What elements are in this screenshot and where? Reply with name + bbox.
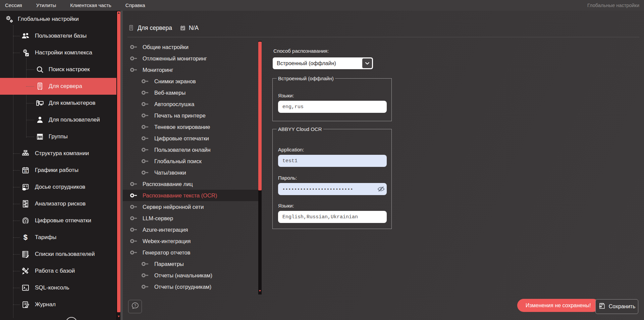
tree-item-6[interactable]: Печать на принтере <box>123 110 258 121</box>
sidebar-item-label: Графики работы <box>35 167 78 173</box>
help-bubble-icon: ? <box>131 302 140 312</box>
panel-splitter[interactable] <box>120 11 123 320</box>
sidebar-item-server[interactable]: Для сервера <box>0 78 116 95</box>
tree-item-19[interactable]: Параметры <box>123 258 258 270</box>
chevron-down-icon[interactable] <box>362 58 372 68</box>
sidebar-item-label: Тарифы <box>35 234 56 240</box>
sidebar-item-users[interactable]: Пользователи базы <box>0 28 116 44</box>
sidebar-item-label: SQL-консоль <box>35 284 69 291</box>
partial-sidebar-item-icon <box>66 317 77 320</box>
svg-text:31: 31 <box>24 170 27 173</box>
tree-item-20[interactable]: Отчеты (начальникам) <box>123 270 258 281</box>
application-label: Application: <box>278 147 304 152</box>
tree-connector-stub <box>13 53 20 53</box>
sidebar-item-label: Цифровые отпечатки <box>35 217 91 224</box>
server-icon <box>128 24 135 32</box>
tree-item-3[interactable]: Снимки экранов <box>123 76 258 87</box>
sidebar-item-label: Списки пользователей <box>35 251 95 257</box>
tree-item-9[interactable]: Пользователи онлайн <box>123 144 258 155</box>
tree-item-label: Глобальный поиск <box>154 158 202 164</box>
tree-item-14[interactable]: Сервер нейронной сети <box>123 201 258 213</box>
tree-item-10[interactable]: Глобальный поиск <box>123 155 258 167</box>
sidebar-item-journal[interactable]: Журнал <box>0 296 116 313</box>
tree-scrollbar-thumb[interactable] <box>258 42 262 190</box>
sidebar-item-gears[interactable]: Глобальные настройки <box>0 11 116 28</box>
computer-icon <box>36 99 44 107</box>
users-icon <box>21 32 30 40</box>
menu-item-2[interactable]: Клиентская часть <box>63 0 118 11</box>
scroll-down-arrow-icon[interactable] <box>259 290 261 292</box>
tree-item-8[interactable]: Цифровые отпечатки <box>123 133 258 144</box>
sidebar-item-label: Поиск настроек <box>49 66 90 73</box>
server-icon <box>36 82 44 91</box>
tree-item-label: Снимки экранов <box>154 78 196 84</box>
save-button-label: Сохранить <box>609 304 636 310</box>
sidebar-item-fingerprint[interactable]: Цифровые отпечатки <box>0 212 116 229</box>
menu-item-0[interactable]: Сессия <box>0 0 29 11</box>
tree-bullet-icon <box>130 67 139 73</box>
tree-bullet-icon <box>141 158 150 164</box>
tree-bullet-icon <box>130 250 139 255</box>
tree-connector-stub <box>13 271 20 271</box>
tree-bullet-icon <box>141 101 150 107</box>
scroll-up-arrow-icon[interactable] <box>118 12 120 14</box>
password-label: Пароль: <box>278 175 297 181</box>
tree-bullet-icon <box>141 79 150 84</box>
sidebar-item-search[interactable]: Поиск настроек <box>0 61 116 78</box>
tree-item-0[interactable]: Общие настройки <box>123 41 258 53</box>
sidebar-item-user-list[interactable]: Списки пользователей <box>0 246 116 263</box>
tree-item-label: Общие настройки <box>143 44 189 50</box>
groups-icon <box>36 132 44 141</box>
abbyy-languages-label: Языки: <box>278 203 294 209</box>
tree-connector-stub <box>13 36 20 36</box>
sidebar-item-calendar[interactable]: 31Графики работы <box>0 162 116 179</box>
tree-item-1[interactable]: Отложенный мониторинг <box>123 53 258 64</box>
tree-item-label: Отложенный мониторинг <box>143 55 207 61</box>
offline-languages-input[interactable] <box>278 101 387 113</box>
tree-item-21[interactable]: Отчеты (сотрудникам) <box>123 281 258 292</box>
sidebar-item-computer[interactable]: Для компьютеров <box>0 95 116 111</box>
sidebar-scrollbar[interactable] <box>117 11 120 320</box>
tree-item-17[interactable]: Webex-интеграция <box>123 235 258 247</box>
tree-item-7[interactable]: Теневое копирование <box>123 121 258 133</box>
eye-slash-icon[interactable] <box>377 185 385 193</box>
sidebar-item-groups[interactable]: Группы <box>0 128 116 145</box>
tree-item-label: Цифровые отпечатки <box>154 135 209 141</box>
tools-icon <box>21 267 30 275</box>
tree-item-4[interactable]: Веб-камеры <box>123 87 258 98</box>
svg-text:$: $ <box>23 233 28 241</box>
menu-item-3[interactable]: Справка <box>118 0 152 11</box>
tree-bullet-icon <box>141 273 150 278</box>
save-button[interactable]: Сохранить <box>595 299 638 314</box>
password-input[interactable] <box>278 183 387 195</box>
sidebar-scrollbar-thumb[interactable] <box>117 11 120 312</box>
sidebar-item-dossier[interactable]: Досье сотрудников <box>0 179 116 195</box>
tree-item-13[interactable]: Распознавание текста (OCR) <box>123 190 258 201</box>
recognition-method-select[interactable]: Встроенный (оффлайн) <box>273 57 373 69</box>
menu-item-1[interactable]: Утилиты <box>29 0 63 11</box>
tree-item-16[interactable]: Azure-интеграция <box>123 224 258 235</box>
sidebar-item-dollar[interactable]: $Тарифы <box>0 229 116 246</box>
tree-item-18[interactable]: Генератор отчетов <box>123 247 258 258</box>
tree-item-12[interactable]: Распознавание лиц <box>123 178 258 190</box>
tree-scrollbar[interactable] <box>258 41 262 294</box>
tree-item-15[interactable]: LLM-сервер <box>123 213 258 224</box>
sidebar-item-person[interactable]: Для пользователей <box>0 111 116 128</box>
sidebar-item-gear-check[interactable]: Настройки комплекса <box>0 44 116 61</box>
sidebar-item-terminal[interactable]: SQL-консоль <box>0 279 116 296</box>
tree-item-11[interactable]: Чаты/звонки <box>123 167 258 178</box>
tree-bullet-icon <box>130 216 139 221</box>
sidebar-item-tools[interactable]: Работа с базой <box>0 263 116 279</box>
tree-item-2[interactable]: Мониторинг <box>123 64 258 76</box>
sidebar-item-org-chart[interactable]: Структура компании <box>0 145 116 162</box>
abbyy-languages-input[interactable] <box>278 211 387 223</box>
menubar-context-label: Глобальные настройки <box>587 3 644 8</box>
tree-item-5[interactable]: Автопрослушка <box>123 98 258 110</box>
application-input[interactable] <box>278 155 387 167</box>
sidebar-item-label: Для сервера <box>49 83 82 89</box>
sidebar-item-risk-analyzer[interactable]: Анализатор рисков <box>0 195 116 212</box>
tree-connector-stub <box>13 288 20 288</box>
sidebar-item-label: Для пользователей <box>49 117 100 123</box>
scroll-down-arrow-icon[interactable] <box>118 316 120 317</box>
help-button[interactable]: ? <box>128 300 142 313</box>
